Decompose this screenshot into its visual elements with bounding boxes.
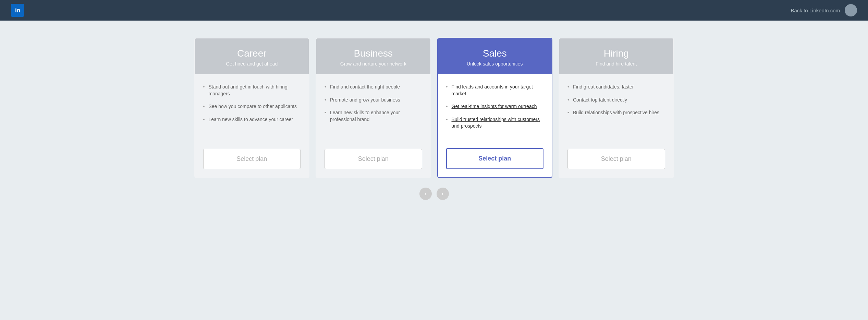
plan-header-sales: SalesUnlock sales opportunities xyxy=(438,38,552,74)
plan-card-business: BusinessGrow and nurture your networkFin… xyxy=(316,38,431,178)
plan-footer-hiring: Select plan xyxy=(559,143,673,177)
plan-header-career: CareerGet hired and get ahead xyxy=(195,38,309,74)
plan-feature-item: Promote and grow your business xyxy=(325,97,422,104)
select-plan-button-business[interactable]: Select plan xyxy=(325,149,422,169)
plan-title-sales: Sales xyxy=(446,48,544,59)
plan-feature-item: Learn new skills to enhance your profess… xyxy=(325,109,422,123)
plan-feature-item: Find leads and accounts in your target m… xyxy=(446,84,544,97)
plan-footer-business: Select plan xyxy=(316,143,430,177)
avatar[interactable] xyxy=(845,4,857,16)
plan-card-hiring: HiringFind and hire talentFind great can… xyxy=(559,38,674,178)
plan-feature-link[interactable]: Find leads and accounts in your target m… xyxy=(452,84,533,96)
header-right: Back to LinkedIn.com xyxy=(791,4,857,16)
prev-arrow-button[interactable]: ‹ xyxy=(419,188,432,200)
plan-feature-link[interactable]: Get real-time insights for warm outreach xyxy=(452,104,537,109)
plan-title-business: Business xyxy=(325,48,422,59)
plans-grid: CareerGet hired and get aheadStand out a… xyxy=(194,38,674,178)
plan-card-career: CareerGet hired and get aheadStand out a… xyxy=(194,38,310,178)
plan-title-career: Career xyxy=(203,48,301,59)
next-arrow-button[interactable]: › xyxy=(437,188,449,200)
header: in Back to LinkedIn.com xyxy=(0,0,868,21)
plan-header-business: BusinessGrow and nurture your network xyxy=(316,38,430,74)
plan-features-career: Stand out and get in touch with hiring m… xyxy=(195,74,309,143)
plan-feature-item: Contact top talent directly xyxy=(567,97,665,104)
linkedin-logo[interactable]: in xyxy=(11,4,24,17)
plan-footer-career: Select plan xyxy=(195,143,309,177)
back-link[interactable]: Back to LinkedIn.com xyxy=(791,8,840,13)
plan-card-sales: SalesUnlock sales opportunitiesFind lead… xyxy=(437,38,553,178)
plan-subtitle-hiring: Find and hire talent xyxy=(567,61,665,67)
plan-header-hiring: HiringFind and hire talent xyxy=(559,38,673,74)
bottom-arrows: ‹ › xyxy=(21,188,847,200)
plan-feature-item: Find great candidates, faster xyxy=(567,84,665,91)
plan-title-hiring: Hiring xyxy=(567,48,665,59)
plan-feature-item: See how you compare to other applicants xyxy=(203,103,301,110)
plan-features-business: Find and contact the right peoplePromote… xyxy=(316,74,430,143)
plan-feature-item: Find and contact the right people xyxy=(325,84,422,91)
plan-feature-link[interactable]: Build trusted relationships with custome… xyxy=(452,117,540,129)
plan-features-sales: Find leads and accounts in your target m… xyxy=(438,74,552,143)
select-plan-button-sales[interactable]: Select plan xyxy=(446,148,544,169)
plan-feature-item: Learn new skills to advance your career xyxy=(203,116,301,123)
plan-feature-item: Stand out and get in touch with hiring m… xyxy=(203,84,301,97)
plan-subtitle-career: Get hired and get ahead xyxy=(203,61,301,67)
main-content: CareerGet hired and get aheadStand out a… xyxy=(0,21,868,221)
plan-subtitle-sales: Unlock sales opportunities xyxy=(446,61,544,67)
plan-subtitle-business: Grow and nurture your network xyxy=(325,61,422,67)
plan-feature-item: Get real-time insights for warm outreach xyxy=(446,103,544,110)
select-plan-button-career[interactable]: Select plan xyxy=(203,149,301,169)
plan-feature-item: Build relationships with prospective hir… xyxy=(567,109,665,116)
plan-footer-sales: Select plan xyxy=(438,143,552,177)
plan-feature-item: Build trusted relationships with custome… xyxy=(446,116,544,130)
plan-features-hiring: Find great candidates, fasterContact top… xyxy=(559,74,673,143)
select-plan-button-hiring[interactable]: Select plan xyxy=(567,149,665,169)
